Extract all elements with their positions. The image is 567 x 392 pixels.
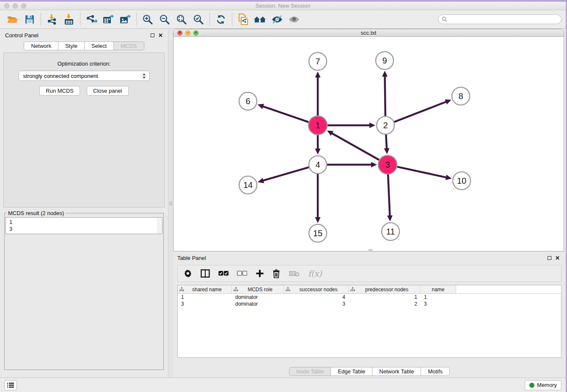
cell-mcds-role[interactable]: dominator	[232, 301, 284, 307]
delete-table-button[interactable]	[289, 270, 300, 277]
mcds-result-group: MCDS result (2 nodes) 1 3	[4, 210, 164, 370]
graph-edge[interactable]	[331, 133, 379, 160]
column-header-successor-nodes[interactable]: successor nodes	[284, 285, 349, 293]
cell-name[interactable]: 1	[421, 294, 456, 301]
column-header-shared-name[interactable]: shared name	[178, 285, 232, 293]
zoom-fit-button[interactable]	[173, 12, 190, 27]
column-header-mcds-role[interactable]: MCDS role	[232, 285, 284, 293]
first-neighbors-button[interactable]	[252, 12, 269, 27]
gear-button[interactable]	[184, 269, 192, 278]
close-panel-button[interactable]: Close panel	[87, 86, 129, 96]
table-row[interactable]: 3 dominator 3 2 3	[178, 301, 561, 307]
float-panel-icon[interactable]	[151, 33, 154, 37]
edge-arrowhead-icon	[315, 72, 321, 77]
zoom-in-button[interactable]	[139, 12, 156, 27]
graph-node-label: 4	[315, 160, 320, 169]
add-row-button[interactable]	[256, 269, 264, 278]
zoom-out-button[interactable]	[156, 12, 173, 27]
table-header-row: shared name MCDS role successor nodes pr…	[178, 285, 561, 294]
tab-style[interactable]: Style	[58, 41, 85, 50]
maximize-network-icon[interactable]: +	[193, 30, 198, 36]
zoom-selected-button[interactable]	[190, 12, 207, 27]
import-network-button[interactable]	[44, 12, 61, 27]
tab-motifs[interactable]: Motifs	[421, 367, 450, 376]
edge-arrowhead-icon	[315, 149, 321, 155]
result-item[interactable]: 3	[9, 226, 159, 232]
deselect-all-button[interactable]	[237, 271, 247, 276]
tab-node-table[interactable]: Node Table	[289, 367, 331, 376]
refresh-button[interactable]	[212, 12, 229, 27]
float-table-panel-icon[interactable]	[548, 256, 551, 260]
close-window-icon[interactable]	[4, 3, 9, 8]
tab-network-table[interactable]: Network Table	[372, 367, 421, 376]
graph-node-label: 15	[313, 229, 322, 238]
hide-details-button[interactable]	[269, 12, 286, 27]
task-history-button[interactable]	[4, 380, 17, 390]
show-details-button[interactable]	[286, 12, 303, 27]
export-network-button[interactable]	[83, 12, 100, 27]
graph-edge[interactable]	[262, 106, 308, 122]
import-table-button[interactable]	[61, 12, 77, 27]
column-header-predecessor-nodes[interactable]: predecessor nodes	[349, 285, 421, 293]
memory-button[interactable]: Memory	[525, 380, 561, 390]
graph-edge[interactable]	[397, 167, 446, 177]
edge-arrowhead-icon	[371, 162, 377, 168]
graph-edge[interactable]	[263, 167, 309, 181]
column-header-name[interactable]: name	[421, 285, 456, 293]
run-mcds-button[interactable]: Run MCDS	[39, 86, 80, 96]
node-table[interactable]: shared name MCDS role successor nodes pr…	[177, 285, 561, 358]
maximize-window-icon[interactable]	[21, 3, 26, 8]
columns-button[interactable]	[201, 269, 210, 278]
table-toolbar: f(x)	[177, 265, 561, 282]
refresh-icon	[215, 14, 226, 25]
graph-edge[interactable]	[394, 102, 447, 122]
divider-handle-icon[interactable]	[169, 202, 172, 205]
select-all-button[interactable]	[218, 271, 228, 276]
tab-mcds[interactable]: MCDS	[113, 41, 144, 50]
tab-edge-table[interactable]: Edge Table	[330, 367, 372, 376]
save-session-button[interactable]	[21, 12, 38, 27]
clone-network-icon	[238, 14, 249, 25]
search-input[interactable]	[449, 17, 558, 22]
cell-successor-nodes[interactable]: 3	[284, 301, 349, 307]
graph-edge[interactable]	[386, 135, 387, 149]
column-type-icon	[234, 287, 238, 292]
cell-successor-nodes[interactable]: 4	[284, 294, 349, 301]
open-session-icon	[7, 14, 19, 25]
criterion-select[interactable]: strongly connected component	[19, 71, 150, 81]
minimize-network-icon[interactable]: −	[185, 30, 190, 36]
export-image-button[interactable]	[117, 12, 134, 27]
memory-status-icon	[529, 383, 534, 388]
search-box[interactable]	[438, 14, 561, 24]
cell-predecessor-nodes[interactable]: 1	[349, 294, 421, 301]
graph-edge[interactable]	[385, 76, 385, 116]
delete-row-button[interactable]	[272, 269, 280, 278]
minimize-window-icon[interactable]	[13, 3, 18, 8]
clone-network-button[interactable]	[235, 12, 252, 27]
cell-shared-name[interactable]: 3	[178, 301, 232, 307]
tab-select[interactable]: Select	[84, 41, 114, 50]
close-table-panel-icon[interactable]: ✕	[555, 255, 560, 261]
toolbar-separator	[136, 13, 137, 26]
cell-predecessor-nodes[interactable]: 2	[349, 301, 421, 307]
open-session-button[interactable]	[4, 12, 21, 27]
tab-network[interactable]: Network	[24, 41, 58, 50]
window-controls[interactable]	[4, 3, 26, 8]
cell-mcds-role[interactable]: dominator	[232, 294, 284, 301]
cell-name[interactable]: 3	[421, 301, 456, 307]
save-session-icon	[25, 14, 35, 25]
table-row[interactable]: 1 dominator 4 1 1	[178, 294, 561, 301]
table-panel-title: Table Panel	[177, 255, 206, 261]
function-builder-button[interactable]: f(x)	[308, 269, 322, 278]
result-item[interactable]: 1	[9, 219, 159, 226]
export-table-button[interactable]	[100, 12, 117, 27]
result-scrollbar[interactable]	[157, 218, 162, 234]
panel-divider[interactable]	[168, 29, 173, 378]
cell-shared-name[interactable]: 1	[178, 294, 232, 301]
mcds-result-list[interactable]: 1 3	[6, 217, 162, 234]
network-graph[interactable]: 7968124314101511	[173, 37, 564, 249]
close-network-icon[interactable]: ✕	[177, 30, 182, 36]
network-canvas[interactable]: 7968124314101511	[173, 37, 564, 251]
close-panel-icon[interactable]: ✕	[158, 33, 163, 38]
graph-edge[interactable]	[388, 174, 390, 216]
